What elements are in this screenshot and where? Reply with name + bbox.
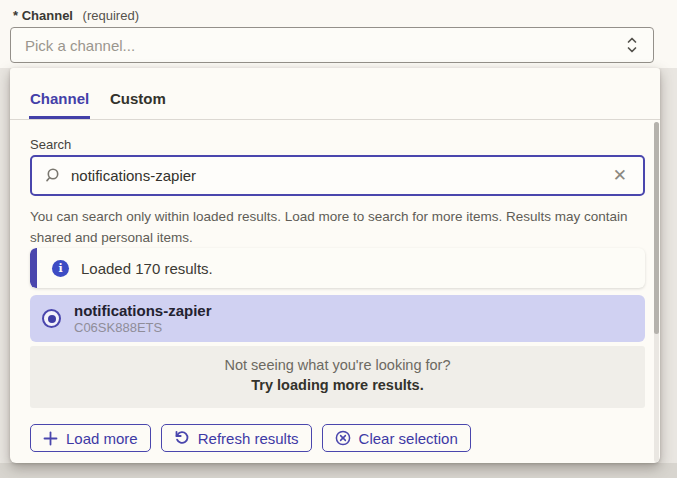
channel-dropdown-panel: Channel Custom Search ✕ You can search o…: [10, 68, 660, 463]
refresh-icon: [174, 430, 190, 446]
search-input[interactable]: ✕: [30, 155, 645, 196]
search-icon: [44, 167, 61, 184]
channel-field-label: * Channel (required): [13, 8, 139, 23]
not-seeing-hint-box: Not seeing what you're looking for? Try …: [30, 346, 645, 408]
hint-suggestion-text: Try loading more results.: [30, 377, 645, 393]
dropdown-actions: Load more Refresh results Clear selectio…: [30, 424, 471, 452]
alert-text: Loaded 170 results.: [81, 260, 213, 277]
select-chevrons-icon: [625, 36, 639, 54]
channel-result-id: C06SK888ETS: [74, 320, 162, 335]
hint-question-text: Not seeing what you're looking for?: [30, 357, 645, 373]
loaded-results-alert: i Loaded 170 results.: [30, 248, 645, 288]
search-help-text: You can search only within loaded result…: [30, 206, 642, 248]
search-clear-icon[interactable]: ✕: [609, 165, 631, 186]
refresh-results-button[interactable]: Refresh results: [161, 424, 312, 452]
channel-result-row[interactable]: notifications-zapier C06SK888ETS: [30, 295, 645, 342]
clear-circle-icon: [335, 430, 351, 446]
plus-icon: [43, 431, 58, 446]
radio-selected-icon[interactable]: [42, 309, 61, 328]
channel-select-placeholder: Pick a channel...: [25, 37, 625, 54]
tab-custom[interactable]: Custom: [110, 90, 166, 107]
load-more-button[interactable]: Load more: [30, 424, 151, 452]
alert-accent-bar: [30, 248, 37, 288]
tab-channel[interactable]: Channel: [30, 90, 89, 107]
panel-scrollbar-thumb[interactable]: [654, 122, 659, 334]
clear-selection-button[interactable]: Clear selection: [322, 424, 471, 452]
info-icon: i: [52, 260, 69, 277]
channel-result-name: notifications-zapier: [74, 302, 212, 319]
tabs-divider: [10, 119, 660, 120]
page-background-below-dropdown: [0, 463, 677, 478]
search-label: Search: [30, 137, 71, 152]
search-input-field[interactable]: [71, 167, 609, 184]
channel-field-label-text: * Channel: [13, 8, 73, 23]
radio-dot: [48, 315, 56, 323]
dropdown-tabs: Channel Custom: [10, 68, 660, 120]
channel-select[interactable]: Pick a channel...: [10, 27, 654, 63]
required-note: (required): [83, 8, 139, 23]
